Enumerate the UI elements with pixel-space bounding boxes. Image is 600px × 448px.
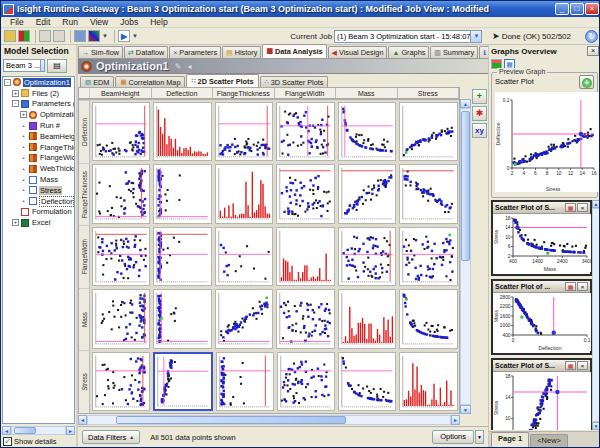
copy-icon[interactable] bbox=[39, 30, 51, 42]
tree-item-stress[interactable]: •Stress bbox=[3, 185, 74, 196]
matrix-cell-mass-flangethickness[interactable] bbox=[215, 289, 274, 349]
matrix-column-mass[interactable]: Mass bbox=[336, 88, 398, 98]
scroll-up-icon[interactable]: ▲ bbox=[592, 200, 600, 208]
matrix-cell-deflection-beamheight[interactable] bbox=[92, 102, 151, 162]
matrix-horizontal-scrollbar[interactable]: ◄ ► bbox=[78, 415, 460, 425]
collapse-icon[interactable]: - bbox=[12, 100, 19, 107]
minimize-button[interactable]: _ bbox=[555, 3, 569, 15]
tab-summary[interactable]: ▥Summary bbox=[430, 46, 478, 58]
edit-icon[interactable]: ✎ bbox=[175, 62, 182, 71]
matrix-cell-deflection-deflection[interactable] bbox=[153, 102, 212, 162]
expand-icon[interactable]: + bbox=[20, 111, 27, 118]
matrix-column-flangewidth[interactable]: FlangeWidth bbox=[275, 88, 337, 98]
graph-mode-icon[interactable] bbox=[491, 59, 502, 69]
show-details-checkbox[interactable]: ✓ bbox=[3, 437, 12, 446]
sidebar-horizontal-scrollbar[interactable]: ◄ ► bbox=[2, 426, 75, 435]
matrix-cell-flangethickness-deflection[interactable] bbox=[153, 164, 212, 224]
matrix-cell-stress-flangewidth[interactable] bbox=[277, 352, 335, 412]
settings-button[interactable]: ✱ bbox=[472, 106, 487, 121]
palette-dropdown-icon[interactable]: ▼ bbox=[102, 33, 108, 39]
close-panel-icon[interactable]: × bbox=[587, 46, 599, 56]
model-select[interactable]: Beam 3 ... ▼ bbox=[3, 59, 45, 72]
matrix-cell-flangethickness-stress[interactable] bbox=[399, 164, 458, 224]
expand-icon[interactable]: + bbox=[12, 90, 19, 97]
matrix-cell-mass-stress[interactable] bbox=[399, 289, 458, 349]
scroll-up-icon[interactable]: ▲ bbox=[460, 99, 471, 108]
tree-item-mass[interactable]: •Mass bbox=[3, 174, 74, 185]
tab-dataflow[interactable]: ⇄Dataflow bbox=[124, 46, 168, 58]
tree-item-parameters-22[interactable]: -Parameters (22) bbox=[3, 99, 74, 110]
tree-item-excel[interactable]: +Excel bbox=[3, 217, 74, 228]
tree-item-beamheight[interactable]: •BeamHeight bbox=[3, 131, 74, 142]
matrix-cell-deflection-flangethickness[interactable] bbox=[215, 102, 274, 162]
scroll-right-icon[interactable]: ► bbox=[66, 426, 75, 435]
tree-item-flangethick[interactable]: •FlangeThick bbox=[3, 142, 74, 153]
add-graph-button[interactable]: + bbox=[472, 89, 487, 104]
scroll-down-icon[interactable]: ▼ bbox=[460, 405, 471, 414]
menu-run[interactable]: Run bbox=[56, 17, 84, 27]
matrix-cell-deflection-flangewidth[interactable] bbox=[276, 102, 335, 162]
back-arrow-icon[interactable]: ◂ bbox=[187, 62, 191, 71]
chevron-down-icon[interactable]: ▼ bbox=[470, 31, 481, 42]
matrix-cell-flangethickness-flangethickness[interactable] bbox=[215, 164, 274, 224]
tree-item-run[interactable]: •Run # bbox=[3, 120, 74, 131]
expand-icon[interactable]: + bbox=[12, 219, 19, 226]
menu-view[interactable]: View bbox=[84, 17, 114, 27]
scroll-down-icon[interactable]: ▼ bbox=[592, 422, 600, 430]
chevron-down-icon[interactable]: ▼ bbox=[40, 60, 45, 71]
subtab-2d-scatter-plots[interactable]: ∷2D Scatter Plots bbox=[186, 74, 258, 87]
tree-item-optimizatio[interactable]: +Optimizatio bbox=[3, 109, 74, 120]
menu-file[interactable]: File bbox=[4, 17, 30, 27]
matrix-cell-stress-flangethickness[interactable] bbox=[216, 352, 274, 412]
options-button[interactable]: Options bbox=[432, 430, 474, 444]
tab-data-analysis[interactable]: ▦Data Analysis bbox=[262, 44, 326, 58]
users-icon[interactable] bbox=[74, 30, 86, 42]
matrix-cell-mass-mass[interactable] bbox=[338, 289, 397, 349]
refresh-icon[interactable]: ↻ bbox=[585, 30, 598, 43]
thumbnail-graph-icon[interactable]: ▦ bbox=[565, 203, 576, 212]
tab-history[interactable]: ▤History bbox=[222, 46, 261, 58]
model-library-button[interactable]: ▤ bbox=[47, 59, 67, 73]
page-tab-new[interactable]: <New> bbox=[530, 434, 568, 447]
matrix-cell-flangewidth-deflection[interactable] bbox=[153, 227, 212, 287]
add-preview-graph-button[interactable]: + bbox=[579, 75, 594, 89]
palette-icon[interactable] bbox=[88, 30, 100, 42]
graph-thumbnail-3[interactable]: Scatter Plot of S...▦×1814106Stress bbox=[491, 358, 592, 430]
thumbnail-close-icon[interactable]: × bbox=[577, 203, 588, 212]
graph-thumbnail-1[interactable]: Scatter Plot of S...▦×181410624001400240… bbox=[491, 200, 592, 276]
scroll-right-icon[interactable]: ► bbox=[451, 415, 460, 425]
subtab-3d-scatter-plots[interactable]: ∴3D Scatter Plots bbox=[260, 76, 329, 87]
tree-item-files-2[interactable]: +Files (2) bbox=[3, 88, 74, 99]
matrix-cell-flangethickness-mass[interactable] bbox=[338, 164, 397, 224]
page-tab-page-1[interactable]: Page 1 bbox=[491, 432, 529, 447]
matrix-cell-flangewidth-flangethickness[interactable] bbox=[215, 227, 274, 287]
tree-item-flangewidt[interactable]: •FlangeWidt bbox=[3, 153, 74, 164]
options-dropdown-icon[interactable]: ▼ bbox=[475, 430, 484, 444]
duplicate-icon[interactable] bbox=[53, 30, 65, 42]
tree-item-deflection[interactable]: •Deflection bbox=[3, 196, 74, 207]
matrix-vertical-scrollbar[interactable]: ▲ ▼ bbox=[460, 99, 471, 414]
subtab-correlation-map[interactable]: ▦Correlation Map bbox=[115, 76, 185, 87]
menu-help[interactable]: Help bbox=[144, 17, 173, 27]
tab-sim-flow[interactable]: →Sim-flow bbox=[78, 46, 123, 58]
matrix-cell-deflection-mass[interactable] bbox=[338, 102, 397, 162]
tree-item-webthickne[interactable]: •WebThickne bbox=[3, 163, 74, 174]
matrix-cell-deflection-stress[interactable] bbox=[399, 102, 458, 162]
run-dropdown-icon[interactable]: ▼ bbox=[132, 33, 138, 39]
matrix-column-beamheight[interactable]: BeamHeight bbox=[90, 88, 152, 98]
thumbnails-scrollbar[interactable]: ▲ ▼ bbox=[592, 200, 600, 430]
data-filters-button[interactable]: Data Filters▲ bbox=[82, 430, 140, 444]
table-mode-icon[interactable]: ▦ bbox=[504, 59, 515, 69]
matrix-cell-flangewidth-flangewidth[interactable] bbox=[276, 227, 335, 287]
title-bar[interactable]: Isight Runtime Gateway : Beam 3 Optimiza… bbox=[1, 1, 600, 17]
matrix-cell-mass-deflection[interactable] bbox=[153, 289, 212, 349]
thumbnail-close-icon[interactable]: × bbox=[577, 361, 588, 370]
subtab-edm[interactable]: ▧EDM bbox=[80, 76, 114, 87]
scroll-left-icon[interactable]: ◄ bbox=[78, 415, 87, 425]
thumbnail-close-icon[interactable]: × bbox=[577, 282, 588, 291]
matrix-cell-flangewidth-mass[interactable] bbox=[338, 227, 397, 287]
tab-visual-design[interactable]: ◀Visual Design bbox=[328, 46, 388, 58]
thumbnail-graph-icon[interactable]: ▦ bbox=[565, 282, 576, 291]
maximize-button[interactable]: □ bbox=[570, 3, 584, 15]
matrix-column-flangethickness[interactable]: FlangeThickness bbox=[213, 88, 275, 98]
